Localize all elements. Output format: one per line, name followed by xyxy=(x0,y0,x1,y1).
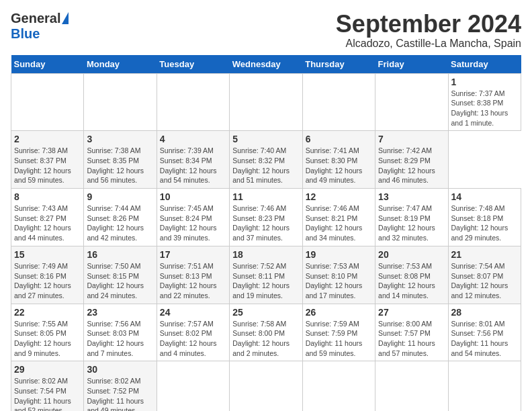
day-info: Sunrise: 7:44 AMSunset: 8:26 PMDaylight:… xyxy=(87,203,153,243)
calendar-day-header: Sunday xyxy=(11,55,84,74)
day-info: Sunrise: 8:00 AMSunset: 7:57 PMDaylight:… xyxy=(378,319,445,359)
day-number: 20 xyxy=(378,249,445,260)
empty-day-cell xyxy=(157,361,229,411)
calendar-week-row: 8Sunrise: 7:43 AMSunset: 8:27 PMDaylight… xyxy=(11,189,521,246)
calendar-day-cell: 15Sunrise: 7:49 AMSunset: 8:16 PMDayligh… xyxy=(11,246,84,304)
calendar-day-cell: 10Sunrise: 7:45 AMSunset: 8:24 PMDayligh… xyxy=(157,189,229,246)
calendar-day-cell: 27Sunrise: 8:00 AMSunset: 7:57 PMDayligh… xyxy=(375,304,448,361)
day-info: Sunrise: 8:02 AMSunset: 7:52 PMDaylight:… xyxy=(87,376,153,411)
day-number: 6 xyxy=(306,134,372,144)
day-number: 30 xyxy=(87,364,153,375)
empty-day-cell xyxy=(448,361,521,411)
calendar-day-cell: 4Sunrise: 7:39 AMSunset: 8:34 PMDaylight… xyxy=(157,131,229,189)
day-info: Sunrise: 7:55 AMSunset: 8:05 PMDaylight:… xyxy=(14,319,81,359)
day-info: Sunrise: 7:46 AMSunset: 8:21 PMDaylight:… xyxy=(306,203,372,243)
empty-day-cell xyxy=(302,73,375,131)
calendar-week-row: 15Sunrise: 7:49 AMSunset: 8:16 PMDayligh… xyxy=(11,246,521,304)
day-number: 24 xyxy=(160,307,226,318)
day-number: 26 xyxy=(306,307,372,318)
day-number: 23 xyxy=(87,307,153,318)
day-number: 17 xyxy=(160,249,226,260)
day-info: Sunrise: 8:02 AMSunset: 7:54 PMDaylight:… xyxy=(14,376,81,411)
calendar-day-cell: 18Sunrise: 7:52 AMSunset: 8:11 PMDayligh… xyxy=(230,246,302,304)
day-info: Sunrise: 7:42 AMSunset: 8:29 PMDaylight:… xyxy=(378,146,445,185)
day-info: Sunrise: 7:40 AMSunset: 8:32 PMDaylight:… xyxy=(232,146,299,185)
day-number: 18 xyxy=(232,249,299,260)
day-number: 7 xyxy=(378,134,445,144)
empty-day-cell xyxy=(230,73,302,131)
day-info: Sunrise: 7:50 AMSunset: 8:15 PMDaylight:… xyxy=(87,261,153,301)
logo-general-text: General xyxy=(11,11,60,26)
empty-day-cell xyxy=(84,73,157,131)
day-number: 22 xyxy=(14,307,81,318)
day-info: Sunrise: 8:01 AMSunset: 7:56 PMDaylight:… xyxy=(451,319,518,359)
day-info: Sunrise: 7:51 AMSunset: 8:13 PMDaylight:… xyxy=(160,261,226,301)
calendar-day-cell: 11Sunrise: 7:46 AMSunset: 8:23 PMDayligh… xyxy=(230,189,302,246)
day-number: 13 xyxy=(378,191,445,202)
day-info: Sunrise: 7:52 AMSunset: 8:11 PMDaylight:… xyxy=(232,261,299,301)
day-number: 16 xyxy=(87,249,153,260)
calendar-day-cell: 16Sunrise: 7:50 AMSunset: 8:15 PMDayligh… xyxy=(84,246,157,304)
calendar-day-cell: 29Sunrise: 8:02 AMSunset: 7:54 PMDayligh… xyxy=(11,361,84,411)
calendar-week-row: 22Sunrise: 7:55 AMSunset: 8:05 PMDayligh… xyxy=(11,304,521,361)
day-info: Sunrise: 7:59 AMSunset: 7:59 PMDaylight:… xyxy=(306,319,372,359)
calendar-table: SundayMondayTuesdayWednesdayThursdayFrid… xyxy=(11,55,521,411)
calendar-day-header: Saturday xyxy=(448,55,521,74)
calendar-day-cell: 17Sunrise: 7:51 AMSunset: 8:13 PMDayligh… xyxy=(157,246,229,304)
calendar-day-cell: 25Sunrise: 7:58 AMSunset: 8:00 PMDayligh… xyxy=(230,304,302,361)
day-info: Sunrise: 7:39 AMSunset: 8:34 PMDaylight:… xyxy=(160,146,226,185)
day-info: Sunrise: 7:53 AMSunset: 8:08 PMDaylight:… xyxy=(378,261,445,301)
day-number: 28 xyxy=(451,307,518,318)
calendar-day-header: Friday xyxy=(375,55,448,74)
calendar-day-cell: 14Sunrise: 7:48 AMSunset: 8:18 PMDayligh… xyxy=(448,189,521,246)
day-info: Sunrise: 7:46 AMSunset: 8:23 PMDaylight:… xyxy=(232,203,299,243)
title-section: September 2024 Alcadozo, Castille-La Man… xyxy=(336,11,521,50)
calendar-day-cell: 22Sunrise: 7:55 AMSunset: 8:05 PMDayligh… xyxy=(11,304,84,361)
calendar-day-header: Monday xyxy=(84,55,157,74)
day-info: Sunrise: 7:38 AMSunset: 8:35 PMDaylight:… xyxy=(87,146,153,185)
day-number: 4 xyxy=(160,134,226,144)
day-info: Sunrise: 7:53 AMSunset: 8:10 PMDaylight:… xyxy=(306,261,372,301)
calendar-week-row: 29Sunrise: 8:02 AMSunset: 7:54 PMDayligh… xyxy=(11,361,521,411)
calendar-day-cell: 23Sunrise: 7:56 AMSunset: 8:03 PMDayligh… xyxy=(84,304,157,361)
calendar-day-cell: 9Sunrise: 7:44 AMSunset: 8:26 PMDaylight… xyxy=(84,189,157,246)
day-info: Sunrise: 7:43 AMSunset: 8:27 PMDaylight:… xyxy=(14,203,81,243)
calendar-day-cell: 12Sunrise: 7:46 AMSunset: 8:21 PMDayligh… xyxy=(302,189,375,246)
day-number: 27 xyxy=(378,307,445,318)
calendar-day-cell: 19Sunrise: 7:53 AMSunset: 8:10 PMDayligh… xyxy=(302,246,375,304)
calendar-day-cell: 8Sunrise: 7:43 AMSunset: 8:27 PMDaylight… xyxy=(11,189,84,246)
day-info: Sunrise: 7:56 AMSunset: 8:03 PMDaylight:… xyxy=(87,319,153,359)
calendar-day-header: Thursday xyxy=(302,55,375,74)
day-info: Sunrise: 7:57 AMSunset: 8:02 PMDaylight:… xyxy=(160,319,226,359)
day-number: 3 xyxy=(87,134,153,144)
calendar-day-cell: 24Sunrise: 7:57 AMSunset: 8:02 PMDayligh… xyxy=(157,304,229,361)
calendar-header-row: SundayMondayTuesdayWednesdayThursdayFrid… xyxy=(11,55,521,74)
calendar-day-cell: 6Sunrise: 7:41 AMSunset: 8:30 PMDaylight… xyxy=(302,131,375,189)
day-number: 29 xyxy=(14,364,81,375)
location-title: Alcadozo, Castille-La Mancha, Spain xyxy=(336,38,521,50)
empty-day-cell xyxy=(157,73,229,131)
logo-blue-text: Blue xyxy=(11,26,40,42)
calendar-day-cell: 30Sunrise: 8:02 AMSunset: 7:52 PMDayligh… xyxy=(84,361,157,411)
day-number: 10 xyxy=(160,191,226,202)
day-info: Sunrise: 7:45 AMSunset: 8:24 PMDaylight:… xyxy=(160,203,226,243)
month-title: September 2024 xyxy=(336,11,521,38)
logo: General Blue xyxy=(11,11,69,42)
calendar-day-header: Tuesday xyxy=(157,55,229,74)
calendar-day-cell: 13Sunrise: 7:47 AMSunset: 8:19 PMDayligh… xyxy=(375,189,448,246)
day-info: Sunrise: 7:58 AMSunset: 8:00 PMDaylight:… xyxy=(232,319,299,359)
day-info: Sunrise: 7:47 AMSunset: 8:19 PMDaylight:… xyxy=(378,203,445,243)
page-header: General Blue September 2024 Alcadozo, Ca… xyxy=(11,11,521,50)
calendar-day-cell: 5Sunrise: 7:40 AMSunset: 8:32 PMDaylight… xyxy=(230,131,302,189)
day-info: Sunrise: 7:49 AMSunset: 8:16 PMDaylight:… xyxy=(14,261,81,301)
day-number: 2 xyxy=(14,134,81,144)
day-number: 25 xyxy=(232,307,299,318)
calendar-week-row: 2Sunrise: 7:38 AMSunset: 8:37 PMDaylight… xyxy=(11,131,521,189)
day-number: 14 xyxy=(451,191,518,202)
calendar-day-cell: 1Sunrise: 7:37 AMSunset: 8:38 PMDaylight… xyxy=(448,73,521,131)
day-info: Sunrise: 7:41 AMSunset: 8:30 PMDaylight:… xyxy=(306,146,372,185)
calendar-day-cell: 26Sunrise: 7:59 AMSunset: 7:59 PMDayligh… xyxy=(302,304,375,361)
calendar-day-cell: 21Sunrise: 7:54 AMSunset: 8:07 PMDayligh… xyxy=(448,246,521,304)
calendar-week-row: 1Sunrise: 7:37 AMSunset: 8:38 PMDaylight… xyxy=(11,73,521,131)
calendar-day-cell: 2Sunrise: 7:38 AMSunset: 8:37 PMDaylight… xyxy=(11,131,84,189)
